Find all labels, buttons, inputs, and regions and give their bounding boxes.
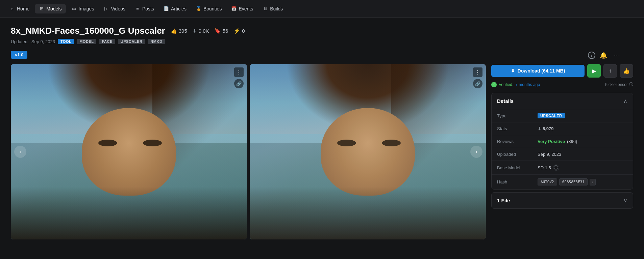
updated-date: Sep 9, 2023 [31,39,55,44]
gallery-next-button[interactable]: › [470,146,482,158]
likes-stat: 👍 395 [171,28,187,34]
details-row-base-model: Base Model SD 1.5 ⓘ [492,161,633,175]
details-row-uploaded: Uploaded Sep 9, 2023 [492,148,633,161]
verified-dot: ✓ [491,82,497,87]
hash-val: 0C858E3F31 [559,178,588,185]
nav-models-label: Models [46,6,61,11]
details-title: Details [497,98,514,104]
nav-events[interactable]: 📅 Events [227,4,257,13]
nav-posts-label: Posts [142,6,154,11]
nav-images-label: Images [79,6,94,11]
images-icon: ▭ [71,6,77,11]
hash-arrow-button[interactable]: › [590,179,596,185]
verified-badge: ✓ Verified: 7 months ago [491,82,540,87]
page-title: 8x_NMKD-Faces_160000_G Upscaler [11,26,165,36]
gallery-item-2: ⋮ 🔗 › [250,64,486,239]
gallery-2-menu-button[interactable]: ⋮ [473,67,482,77]
type-value: UPSCALER [538,113,565,118]
gallery-prev-button[interactable]: ‹ [14,146,26,158]
hash-value-container: AUTOV2 0C858E3F31 › [538,178,596,185]
top-right-actions: i 🔔 ⋯ [588,50,622,61]
uploaded-date: Sep 9, 2023 [538,152,561,157]
reviews-value: Very Positive (396) [538,139,577,144]
download-button[interactable]: ⬇ Download (64.11 MB) [491,65,585,77]
buzz-stat: ⚡ 0 [233,28,245,34]
meta-row: Updated: Sep 9, 2023 TOOL MODEL FACE UPS… [11,39,633,44]
pickle-info-icon[interactable]: ⓘ [629,82,633,87]
main-layout: ⋮ 🔗 ‹ [11,64,633,239]
tag-face[interactable]: FACE [99,39,115,44]
nav-articles-label: Articles [171,6,187,11]
nav-images[interactable]: ▭ Images [67,4,98,13]
reviews-sentiment[interactable]: Very Positive [538,139,565,144]
pickle-tensor-label: PickleTensor [605,82,628,87]
info-button[interactable]: i [588,52,595,59]
files-header[interactable]: 1 File ∨ [492,193,633,208]
nav-models[interactable]: ⊞ Models [35,4,66,13]
bookmarks-count: 56 [223,28,228,34]
play-button[interactable]: ▶ [587,64,601,78]
gallery: ⋮ 🔗 ‹ [11,64,486,239]
posts-icon: ≡ [135,6,140,11]
bell-icon: 🔔 [600,52,607,59]
details-row-reviews: Reviews Very Positive (396) [492,135,633,148]
more-options-button[interactable]: ⋯ [612,50,622,61]
type-label: Type [497,113,538,118]
sidebar: ⬇ Download (64.11 MB) ▶ ↑ 👍 ✓ Verified: [491,64,633,209]
details-header[interactable]: Details ∧ [492,93,633,109]
verified-row: ✓ Verified: 7 months ago PickleTensor ⓘ [491,82,633,87]
title-row: 8x_NMKD-Faces_160000_G Upscaler 👍 395 ⬇ … [11,26,633,36]
tag-tool[interactable]: TOOL [58,39,74,44]
tag-nmkd[interactable]: NMKD [148,39,165,44]
verified-time[interactable]: 7 months ago [515,82,540,87]
tag-upscaler[interactable]: UPSCALER [118,39,145,44]
gallery-1-menu-button[interactable]: ⋮ [234,67,244,77]
nav-posts[interactable]: ≡ Posts [131,4,158,13]
navbar: ⌂ Home ⊞ Models ▭ Images ▷ Videos ≡ Post… [0,0,644,18]
share-icon: ↑ [609,68,612,74]
share-button[interactable]: ↑ [603,64,617,78]
vertical-ellipsis-2-icon: ⋮ [475,69,480,76]
pickle-tensor-row: PickleTensor ⓘ [605,82,633,87]
nav-videos[interactable]: ▷ Videos [99,4,129,13]
gallery-2-link-button[interactable]: 🔗 [473,79,482,88]
base-model-value: SD 1.5 ⓘ [538,165,559,171]
details-row-stats: Stats ⬇ 8,979 [492,122,633,135]
info-icon: i [591,53,592,58]
nav-builds[interactable]: 🖥 Builds [258,4,287,13]
notification-button[interactable]: 🔔 [598,50,609,61]
nav-home-label: Home [17,6,29,11]
chevron-left-icon: ‹ [19,149,21,155]
base-model-info-icon[interactable]: ⓘ [553,165,559,171]
page-content: 8x_NMKD-Faces_160000_G Upscaler 👍 395 ⬇ … [0,18,644,248]
nav-bounties[interactable]: 🏅 Bounties [192,4,226,13]
likes-count: 395 [179,28,187,34]
like-button[interactable]: 👍 [620,64,633,78]
stats-value: ⬇ 8,979 [538,126,554,131]
bounties-icon: 🏅 [196,6,201,11]
nav-home[interactable]: ⌂ Home [5,4,33,13]
link-2-icon: 🔗 [475,81,480,86]
nav-bounties-label: Bounties [203,6,222,11]
details-row-type: Type UPSCALER [492,109,633,122]
nav-articles[interactable]: 📄 Articles [159,4,191,13]
nav-videos-label: Videos [111,6,125,11]
chevron-right-icon: › [475,149,477,155]
gallery-1-link-button[interactable]: 🔗 [234,79,244,88]
likes-icon: 👍 [171,28,177,34]
version-badge[interactable]: v1.0 [11,51,27,59]
downloads-count: 9.0K [199,28,209,34]
files-collapse-icon: ∨ [623,197,627,204]
download-icon: ⬇ [511,68,515,74]
base-model-name: SD 1.5 [538,165,551,170]
details-card: Details ∧ Type UPSCALER Stats ⬇ 8,979 [491,93,633,190]
reviews-count: (396) [567,139,577,144]
home-icon: ⌂ [9,6,15,11]
details-collapse-icon: ∧ [623,98,627,104]
uploaded-label: Uploaded [497,152,538,157]
downloads-icon: ⬇ [193,28,197,34]
page-header: 8x_NMKD-Faces_160000_G Upscaler 👍 395 ⬇ … [11,26,633,64]
hash-algo: AUTOV2 [538,178,557,185]
type-badge: UPSCALER [538,113,565,118]
tag-model[interactable]: MODEL [77,39,96,44]
